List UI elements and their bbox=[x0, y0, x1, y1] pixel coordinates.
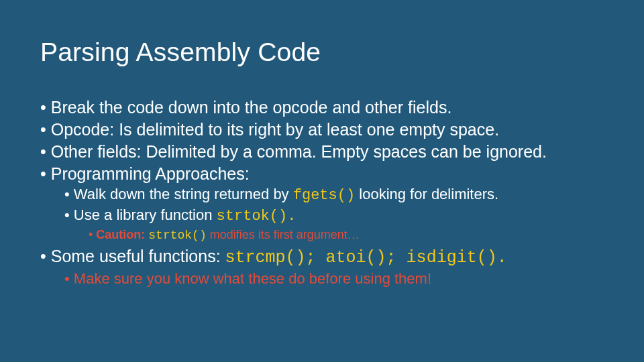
bullet-text: modifies its first argument… bbox=[207, 228, 360, 241]
bullet-text: Make sure you know what these do before … bbox=[74, 270, 431, 287]
list-item: Use a library function strtok(). Caution… bbox=[64, 205, 604, 245]
code-token: strtok(). bbox=[217, 208, 297, 225]
list-item: Walk down the string returned by fgets()… bbox=[64, 184, 604, 205]
list-item: Break the code down into the opcode and … bbox=[40, 97, 604, 118]
list-item-warning: Make sure you know what these do before … bbox=[64, 269, 604, 288]
code-token: strcmp(); atoi(); isdigit(). bbox=[225, 248, 507, 267]
bullet-text: Walk down the string returned by bbox=[74, 186, 293, 202]
code-token: strtok() bbox=[148, 229, 206, 242]
bullet-text: Caution: bbox=[96, 228, 148, 241]
bullet-text: Opcode: Is delimited to its right by at … bbox=[51, 120, 499, 139]
bullet-text: Break the code down into the opcode and … bbox=[51, 98, 452, 117]
bullet-text: Other fields: Delimited by a comma. Empt… bbox=[51, 142, 547, 161]
bullet-text: Programming Approaches: bbox=[51, 164, 250, 183]
list-item: Some useful functions: strcmp(); atoi();… bbox=[40, 245, 604, 288]
bullet-text: Use a library function bbox=[74, 206, 217, 223]
slide-title: Parsing Assembly Code bbox=[40, 38, 604, 67]
list-item: Other fields: Delimited by a comma. Empt… bbox=[40, 141, 604, 162]
bullet-list: Break the code down into the opcode and … bbox=[40, 97, 604, 288]
bullet-text: Some useful functions: bbox=[51, 247, 225, 265]
list-item: Opcode: Is delimited to its right by at … bbox=[40, 119, 604, 140]
list-item-caution: Caution: strtok() modifies its first arg… bbox=[89, 226, 604, 245]
code-token: fgets() bbox=[293, 187, 355, 204]
bullet-text: looking for delimiters. bbox=[355, 186, 498, 202]
list-item: Programming Approaches: Walk down the st… bbox=[40, 163, 604, 245]
